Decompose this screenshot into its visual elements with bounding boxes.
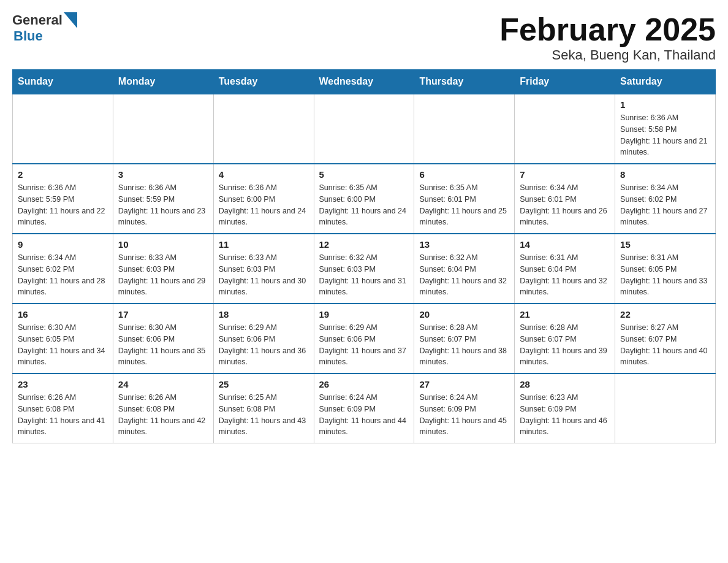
calendar-cell: [213, 94, 314, 164]
day-number: 21: [520, 309, 610, 320]
day-info: Sunrise: 6:30 AMSunset: 6:06 PMDaylight:…: [118, 322, 208, 368]
calendar-week-row: 16Sunrise: 6:30 AMSunset: 6:05 PMDayligh…: [13, 304, 716, 373]
day-number: 16: [18, 309, 108, 320]
calendar-cell: 10Sunrise: 6:33 AMSunset: 6:03 PMDayligh…: [113, 234, 213, 304]
day-info: Sunrise: 6:34 AMSunset: 6:01 PMDaylight:…: [520, 182, 610, 228]
calendar-cell: 2Sunrise: 6:36 AMSunset: 5:59 PMDaylight…: [13, 164, 113, 234]
col-saturday: Saturday: [615, 70, 716, 94]
day-info: Sunrise: 6:29 AMSunset: 6:06 PMDaylight:…: [219, 322, 309, 368]
day-number: 26: [319, 379, 409, 389]
day-number: 23: [18, 379, 108, 389]
calendar-cell: 6Sunrise: 6:35 AMSunset: 6:01 PMDaylight…: [414, 164, 515, 234]
calendar-cell: 19Sunrise: 6:29 AMSunset: 6:06 PMDayligh…: [314, 304, 414, 373]
day-info: Sunrise: 6:24 AMSunset: 6:09 PMDaylight:…: [319, 392, 409, 438]
calendar-cell: 16Sunrise: 6:30 AMSunset: 6:05 PMDayligh…: [13, 304, 113, 373]
day-number: 1: [620, 99, 710, 110]
day-info: Sunrise: 6:32 AMSunset: 6:04 PMDaylight:…: [419, 252, 509, 298]
day-info: Sunrise: 6:26 AMSunset: 6:08 PMDaylight:…: [18, 392, 108, 438]
day-number: 20: [419, 309, 509, 320]
day-number: 10: [118, 239, 208, 250]
day-number: 12: [319, 239, 409, 250]
day-info: Sunrise: 6:30 AMSunset: 6:05 PMDaylight:…: [18, 322, 108, 368]
day-number: 5: [319, 169, 409, 180]
day-info: Sunrise: 6:35 AMSunset: 6:01 PMDaylight:…: [419, 182, 509, 228]
day-number: 11: [219, 239, 309, 250]
calendar-cell: 15Sunrise: 6:31 AMSunset: 6:05 PMDayligh…: [615, 234, 716, 304]
day-info: Sunrise: 6:33 AMSunset: 6:03 PMDaylight:…: [219, 252, 309, 298]
calendar-week-row: 9Sunrise: 6:34 AMSunset: 6:02 PMDaylight…: [13, 234, 716, 304]
calendar-cell: 28Sunrise: 6:23 AMSunset: 6:09 PMDayligh…: [515, 373, 615, 443]
day-number: 6: [419, 169, 509, 180]
calendar-cell: 12Sunrise: 6:32 AMSunset: 6:03 PMDayligh…: [314, 234, 414, 304]
calendar-cell: [113, 94, 213, 164]
page-header: General Blue February 2025 Seka, Bueng K…: [12, 12, 716, 63]
calendar-cell: 23Sunrise: 6:26 AMSunset: 6:08 PMDayligh…: [13, 373, 113, 443]
calendar-cell: 25Sunrise: 6:25 AMSunset: 6:08 PMDayligh…: [213, 373, 314, 443]
day-number: 15: [620, 239, 710, 250]
calendar-cell: 13Sunrise: 6:32 AMSunset: 6:04 PMDayligh…: [414, 234, 515, 304]
day-number: 14: [520, 239, 610, 250]
day-number: 27: [419, 379, 509, 389]
day-number: 7: [520, 169, 610, 180]
calendar-week-row: 23Sunrise: 6:26 AMSunset: 6:08 PMDayligh…: [13, 373, 716, 443]
day-number: 3: [118, 169, 208, 180]
logo-blue-text: Blue: [13, 28, 77, 44]
calendar-cell: 3Sunrise: 6:36 AMSunset: 5:59 PMDaylight…: [113, 164, 213, 234]
calendar-cell: [13, 94, 113, 164]
day-info: Sunrise: 6:28 AMSunset: 6:07 PMDaylight:…: [419, 322, 509, 368]
day-info: Sunrise: 6:35 AMSunset: 6:00 PMDaylight:…: [319, 182, 409, 228]
day-info: Sunrise: 6:32 AMSunset: 6:03 PMDaylight:…: [319, 252, 409, 298]
day-info: Sunrise: 6:24 AMSunset: 6:09 PMDaylight:…: [419, 392, 509, 438]
calendar-cell: 7Sunrise: 6:34 AMSunset: 6:01 PMDaylight…: [515, 164, 615, 234]
day-info: Sunrise: 6:36 AMSunset: 5:58 PMDaylight:…: [620, 112, 710, 158]
calendar-cell: 26Sunrise: 6:24 AMSunset: 6:09 PMDayligh…: [314, 373, 414, 443]
day-info: Sunrise: 6:36 AMSunset: 5:59 PMDaylight:…: [118, 182, 208, 228]
day-number: 2: [18, 169, 108, 180]
col-friday: Friday: [515, 70, 615, 94]
day-info: Sunrise: 6:31 AMSunset: 6:05 PMDaylight:…: [620, 252, 710, 298]
calendar-cell: 27Sunrise: 6:24 AMSunset: 6:09 PMDayligh…: [414, 373, 515, 443]
calendar-cell: [515, 94, 615, 164]
calendar-cell: 8Sunrise: 6:34 AMSunset: 6:02 PMDaylight…: [615, 164, 716, 234]
day-info: Sunrise: 6:26 AMSunset: 6:08 PMDaylight:…: [118, 392, 208, 438]
logo-general-text: General: [12, 12, 63, 28]
day-number: 13: [419, 239, 509, 250]
page-subtitle: Seka, Bueng Kan, Thailand: [499, 47, 716, 63]
col-sunday: Sunday: [13, 70, 113, 94]
day-info: Sunrise: 6:31 AMSunset: 6:04 PMDaylight:…: [520, 252, 610, 298]
day-info: Sunrise: 6:29 AMSunset: 6:06 PMDaylight:…: [319, 322, 409, 368]
calendar-cell: 5Sunrise: 6:35 AMSunset: 6:00 PMDaylight…: [314, 164, 414, 234]
calendar-cell: 9Sunrise: 6:34 AMSunset: 6:02 PMDaylight…: [13, 234, 113, 304]
calendar-cell: [615, 373, 716, 443]
day-info: Sunrise: 6:34 AMSunset: 6:02 PMDaylight:…: [620, 182, 710, 228]
calendar-cell: 1Sunrise: 6:36 AMSunset: 5:58 PMDaylight…: [615, 94, 716, 164]
day-info: Sunrise: 6:28 AMSunset: 6:07 PMDaylight:…: [520, 322, 610, 368]
logo: General Blue: [12, 12, 77, 44]
calendar-cell: 4Sunrise: 6:36 AMSunset: 6:00 PMDaylight…: [213, 164, 314, 234]
calendar-cell: 11Sunrise: 6:33 AMSunset: 6:03 PMDayligh…: [213, 234, 314, 304]
title-block: February 2025 Seka, Bueng Kan, Thailand: [499, 12, 716, 63]
calendar-cell: 21Sunrise: 6:28 AMSunset: 6:07 PMDayligh…: [515, 304, 615, 373]
day-info: Sunrise: 6:33 AMSunset: 6:03 PMDaylight:…: [118, 252, 208, 298]
day-number: 9: [18, 239, 108, 250]
calendar-cell: 22Sunrise: 6:27 AMSunset: 6:07 PMDayligh…: [615, 304, 716, 373]
day-number: 8: [620, 169, 710, 180]
day-info: Sunrise: 6:23 AMSunset: 6:09 PMDaylight:…: [520, 392, 610, 438]
col-wednesday: Wednesday: [314, 70, 414, 94]
calendar-table: Sunday Monday Tuesday Wednesday Thursday…: [12, 69, 716, 443]
calendar-cell: 17Sunrise: 6:30 AMSunset: 6:06 PMDayligh…: [113, 304, 213, 373]
day-info: Sunrise: 6:27 AMSunset: 6:07 PMDaylight:…: [620, 322, 710, 368]
day-info: Sunrise: 6:34 AMSunset: 6:02 PMDaylight:…: [18, 252, 108, 298]
logo-arrow-icon: [64, 12, 77, 28]
day-number: 28: [520, 379, 610, 389]
day-info: Sunrise: 6:25 AMSunset: 6:08 PMDaylight:…: [219, 392, 309, 438]
calendar-cell: 18Sunrise: 6:29 AMSunset: 6:06 PMDayligh…: [213, 304, 314, 373]
calendar-cell: [314, 94, 414, 164]
day-info: Sunrise: 6:36 AMSunset: 5:59 PMDaylight:…: [18, 182, 108, 228]
calendar-cell: 20Sunrise: 6:28 AMSunset: 6:07 PMDayligh…: [414, 304, 515, 373]
day-number: 4: [219, 169, 309, 180]
calendar-cell: [414, 94, 515, 164]
page-title: February 2025: [499, 12, 716, 47]
day-number: 17: [118, 309, 208, 320]
day-number: 22: [620, 309, 710, 320]
